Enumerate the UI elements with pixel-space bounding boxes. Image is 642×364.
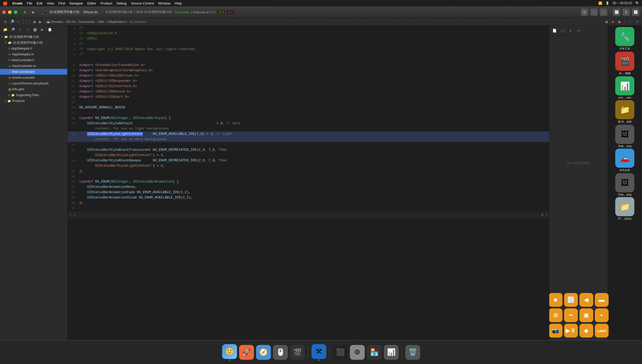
inspector-slider-btn[interactable]: ━ [564,308,578,322]
inspector-refresh-icon[interactable]: ↺ [575,27,582,34]
stop-button[interactable]: ■ [30,10,36,15]
navigator-search-icon[interactable]: 🔎 [10,26,16,33]
inspector-label-btn[interactable]: Label [595,324,609,338]
sidebar-icons2[interactable]: 🔎 [9,19,15,25]
menu-product[interactable]: Product [100,1,112,5]
layout-btn2[interactable]: ↔ [590,8,598,16]
inspector-info-icon[interactable]: ℹ [567,27,574,34]
navigator-debug-icon[interactable]: ⬤ [32,26,38,33]
desktop-icon-car[interactable]: 🚗 车丹分享 [609,149,640,172]
menu-file[interactable]: File [27,1,32,5]
inspector-window-btn[interactable]: ▣ [579,308,593,322]
tree-app-group[interactable]: ▼ 📁 10-应用程序对象介绍 [0,40,67,46]
dock-safari[interactable]: 🧭 [256,345,271,360]
menu-xcode[interactable]: Xcode [12,1,23,5]
navigator-test-icon[interactable]: ◇ [24,26,31,33]
tree-launchscreen[interactable]: ◻ LaunchScreen.storyboard [0,81,67,86]
sidebar-icons3[interactable]: + [15,19,21,25]
prev-issue[interactable]: ◀ [603,19,609,25]
scheme-selector[interactable]: 📱 10-应用程序对象介绍 › iPhone 6s [41,9,101,15]
nav-forward[interactable]: ▶ [37,19,43,25]
desktop-icon-snip1[interactable]: 🖼 Snip….png [609,125,640,148]
debug-panel-btn[interactable]: ⬇ [622,8,630,16]
tree-appdelegatem[interactable]: m AppDelegate.m [0,51,67,57]
layout-btn3[interactable]: ↔ [600,8,607,16]
inspector-open-icon[interactable]: { } [559,27,566,34]
apple-menu[interactable]: 🍎 [3,1,8,6]
inspector-grid-btn[interactable]: ⊞ [549,308,562,322]
left-panel-btn[interactable]: ⬜ [613,8,620,16]
view-toggle2[interactable]: ↗ [545,213,547,216]
dock-xcode[interactable]: ⚒ [311,344,326,361]
menu-source-control[interactable]: Source Control [131,1,154,5]
dock-launchpad[interactable]: 🚀 [239,345,254,360]
desktop-icon-folder13[interactable]: 📁 第13…业框 [609,100,640,124]
navigator-folder-icon[interactable]: 📁 [2,26,8,33]
share-btn[interactable]: ↑ [627,19,633,25]
fb-uiapplication[interactable]: UIApplication.h [107,20,127,23]
navigator-breakpoint-icon[interactable]: ▶ [39,26,46,33]
tree-root-group[interactable]: ▼ 📁 10-应用程序对象介绍 [0,34,67,40]
navigator-warning-icon[interactable]: ⚠ [17,26,23,33]
tree-viewcontrollerh[interactable]: h ViewController.h [0,57,67,63]
tree-mainstoryboard[interactable]: ◻ Main.storyboard [0,69,67,75]
layout-btn1[interactable]: ⊟ [581,8,588,16]
desktop-icon-optimize[interactable]: 📁 07-…(优化) [609,197,640,221]
fb-no-selection[interactable]: No Selection [130,20,146,23]
dock-terminal[interactable]: ⬛ [333,345,348,360]
open-in-btn[interactable]: ↗ [634,19,640,25]
tree-products[interactable]: ▶ 📁 Products [0,98,67,104]
search-icon[interactable]: 🔍 [635,1,639,5]
navigator-report-icon[interactable]: 📋 [47,26,53,33]
tree-appdelegateh[interactable]: h AppDelegate.h [0,46,67,51]
menu-help[interactable]: Help [175,1,182,5]
sidebar-icons4[interactable]: ⛶ [22,19,28,25]
fb-simulator[interactable]: Simulator - iOS 9.0 [51,20,76,23]
tree-infoplist[interactable]: ▤ Info.plist [0,86,67,92]
menu-find[interactable]: Find [58,1,65,5]
inspector-bar-btn[interactable]: ▬ [595,293,609,307]
inspector-square2-btn[interactable]: ▪ [595,308,609,322]
menu-window[interactable]: Window [158,1,170,5]
inspector-square-btn[interactable]: ■ [549,293,562,307]
fb-uikit[interactable]: UIKit [98,20,104,23]
dock-video[interactable]: 🎬 [290,345,305,360]
desktop-icon-devtools[interactable]: 🔧 开发工具 [609,27,640,51]
desktop-icon-xlsx1[interactable]: 📊 ios1….xlsx [609,76,640,99]
dock-finder[interactable]: 🙂 [222,344,237,361]
desktop-icon-video[interactable]: 🎬 未…-视频 [609,52,640,75]
menu-editor[interactable]: Editor [87,1,96,5]
minimize-button[interactable] [8,10,12,14]
inspector-back-btn[interactable]: ◀ [579,293,593,307]
menu-navigate[interactable]: Navigate [69,1,83,5]
dock-mouse[interactable]: 🖱️ [273,345,288,360]
inspector-camera-btn[interactable]: 📷 [549,324,562,338]
tree-assets[interactable]: ⊞ Assets.xcassets [0,75,67,81]
tree-supporting[interactable]: ▶ 📁 Supporting Files [0,92,67,98]
code-editor[interactable]: 1 // 2 // UIApplication.h 3 // UIKit 4 /… [68,25,549,340]
next-issue[interactable]: ▶ [617,19,623,25]
dock-appstore[interactable]: 🏪 [367,345,382,360]
inspector-media-btn[interactable]: ▶⏸ [564,324,578,338]
menu-debug[interactable]: Debug [117,1,127,5]
right-panel-btn[interactable]: ⬜ [632,8,639,16]
maximize-button[interactable] [14,10,17,14]
close-button[interactable] [2,10,6,14]
inspector-new-icon[interactable]: 📄 [551,27,558,34]
dock-activity[interactable]: 📊 [384,345,399,360]
inspector-dashed-btn[interactable]: ⬜ [564,293,578,307]
menu-view[interactable]: View [47,1,54,5]
add-file-btn[interactable]: + [70,213,72,216]
nav-back[interactable]: ◀ [31,19,37,25]
desktop-icon-snip2[interactable]: 🖼 Snip….png [609,173,640,196]
menu-edit[interactable]: Edit [37,1,42,5]
open-btn[interactable]: ↗ [74,213,76,216]
dock-trash[interactable]: 🗑️ [405,345,420,360]
inspector-shape-btn[interactable]: ◆ [579,324,593,338]
play-button[interactable]: ▶ [22,9,29,15]
tree-viewcontrollerm[interactable]: m ViewController.m [0,63,67,69]
view-toggle1[interactable]: ⊞ [542,213,543,216]
sidebar-icons-btn[interactable]: ⊞ [2,19,8,25]
fb-frameworks[interactable]: Frameworks [79,20,95,23]
dock-preferences[interactable]: ⚙ [350,345,365,360]
